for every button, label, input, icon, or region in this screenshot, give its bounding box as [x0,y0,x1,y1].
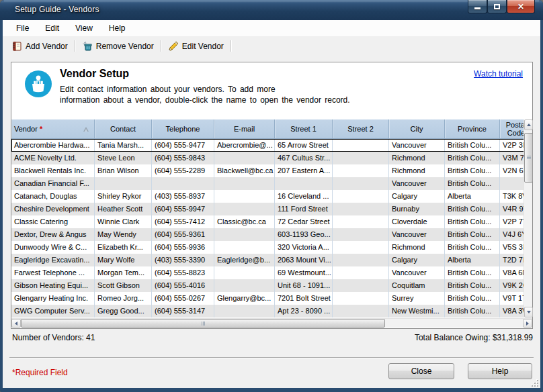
cell [333,266,389,279]
vendor-person-at-desk-icon [25,70,52,97]
help-button[interactable]: Help [468,363,532,379]
cell [333,177,389,190]
minimize-icon [474,7,481,9]
table-row[interactable]: Gibson Heating Equi...Scott Gibson(604) … [11,279,532,292]
toolbar-separator [75,40,75,52]
cell: Shirley Rykor [95,190,152,203]
cell: Richmond [389,241,445,254]
minimize-button[interactable] [468,0,487,13]
cell: Surrey [389,292,445,305]
cell: Canadian Financial F... [11,177,95,190]
column-header-vendor[interactable]: Vendor* [11,119,95,138]
cell: New Westmi... [389,305,445,317]
cell [152,177,214,190]
cell: Heather Scott [95,203,152,215]
cell [214,228,275,241]
menu-bar: File Edit View Help [3,20,540,37]
cell: (604) 555-9843 [152,152,214,164]
cell: Alberta [445,190,500,203]
resize-grip[interactable] [532,380,538,387]
scroll-down-button[interactable] [524,307,533,317]
cell: 16 Cleveland ... [275,190,333,203]
add-vendor-label: Add Vendor [26,42,68,51]
vertical-scrollbar[interactable] [524,119,532,317]
table-row[interactable]: Dunwoody Wire & C...Elizabeth Kr...(604)… [11,241,532,254]
cell: Unit 68 - 1091... [275,279,333,292]
cell: Glengarry Heating Inc. [11,292,95,305]
column-header-city[interactable]: City [389,119,445,138]
table-row[interactable]: Cheshire DevelopmentHeather Scott(604) 5… [11,203,532,215]
table-row[interactable]: Abercrombie Hardwa...Tania Marsh...(604)… [11,139,532,152]
cell: 7201 Bolt Street [275,292,333,305]
cell: Abercrombie Hardwa... [11,139,95,152]
cell [214,241,275,254]
horizontal-scrollbar-thumb[interactable] [21,319,385,328]
thumb-grip [202,322,202,326]
column-header-contact[interactable]: Contact [95,119,152,138]
table-row[interactable]: Eagleridge Excavatin...Mary Wolfe(403) 5… [11,254,532,266]
menu-edit[interactable]: Edit [37,21,67,36]
scroll-left-button[interactable] [11,319,21,328]
vertical-scrollbar-thumb[interactable] [524,133,533,183]
table-row[interactable]: Farwest Telephone ...Morgan Tem...(604) … [11,266,532,279]
maximize-button[interactable] [487,0,507,13]
footer-divider [9,357,534,358]
cell: Catanach, Douglas [11,190,95,203]
cell: Eagleridge@b... [214,254,275,266]
cell [333,215,389,228]
cell: 72 Cedar Street [275,215,333,228]
add-vendor-button[interactable]: Add Vendor [7,39,73,54]
horizontal-scrollbar[interactable] [11,318,532,328]
titlebar[interactable]: Setup Guide - Vendors ✕ [0,0,543,20]
setup-guide-window: Setup Guide - Vendors ✕ File Edit View H… [0,0,543,392]
remove-vendor-button[interactable]: Remove Vendor [77,39,159,54]
cell: British Colu... [445,305,500,317]
cell: Romeo Jorg... [95,292,152,305]
cell: Gregg Good... [95,305,152,317]
cell: (403) 555-3390 [152,254,214,266]
table-row[interactable]: Dextor, Drew & AngusMay Wendy(604) 555-9… [11,228,532,241]
table-row[interactable]: Glengarry Heating Inc.Romeo Jorg...(604)… [11,292,532,305]
menu-file[interactable]: File [8,21,37,36]
table-row[interactable]: ACME Novelty Ltd.Steve Leon(604) 555-984… [11,152,532,164]
edit-vendor-button[interactable]: Edit Vendor [163,39,228,54]
table-row[interactable]: Canadian Financial F...VancouverBritish … [11,177,532,190]
menu-view[interactable]: View [67,21,101,36]
column-header-telephone[interactable]: Telephone [152,119,214,138]
cell: Glengarry@bc... [214,292,275,305]
column-header-province[interactable]: Province [445,119,500,138]
table-row[interactable]: Classic CateringWinnie Clark(604) 555-74… [11,215,532,228]
cell: Winnie Clark [95,215,152,228]
scroll-down-icon [527,311,531,313]
cell: Cloverdale [389,215,445,228]
scroll-up-button[interactable] [524,119,533,130]
cell [214,190,275,203]
cell [214,152,275,164]
cell: (604) 555-9936 [152,241,214,254]
cell: (604) 555-9477 [152,139,214,152]
scroll-right-button[interactable] [523,319,532,328]
column-header-street1[interactable]: Street 1 [275,119,333,138]
cell: GWG Computer Serv... [11,305,95,317]
cell: British Colu... [445,164,500,177]
menu-help[interactable]: Help [101,21,134,36]
cell: Vancouver [389,139,445,152]
cell: Brian Wilson [95,164,152,177]
add-vendor-icon [11,41,22,52]
cell: Gibson Heating Equi... [11,279,95,292]
cell: Classic Catering [11,215,95,228]
table-row[interactable]: GWG Computer Serv...Gregg Good...(604) 5… [11,305,532,317]
close-button[interactable]: Close [388,363,454,379]
edit-vendor-label: Edit Vendor [182,42,224,51]
cell: Dextor, Drew & Angus [11,228,95,241]
column-header-email[interactable]: E-mail [214,119,275,138]
cell: (604) 555-2289 [152,164,214,177]
column-header-street2[interactable]: Street 2 [333,119,389,138]
window-title: Setup Guide - Vendors [15,5,99,14]
table-row[interactable]: Catanach, DouglasShirley Rykor(403) 555-… [11,190,532,203]
watch-tutorial-link[interactable]: Watch tutorial [474,69,523,79]
close-window-button[interactable]: ✕ [507,0,535,13]
cell: (604) 555-4016 [152,279,214,292]
cell: 65 Arrow Street [275,139,333,152]
table-row[interactable]: Blackwell Rentals Inc.Brian Wilson(604) … [11,164,532,177]
